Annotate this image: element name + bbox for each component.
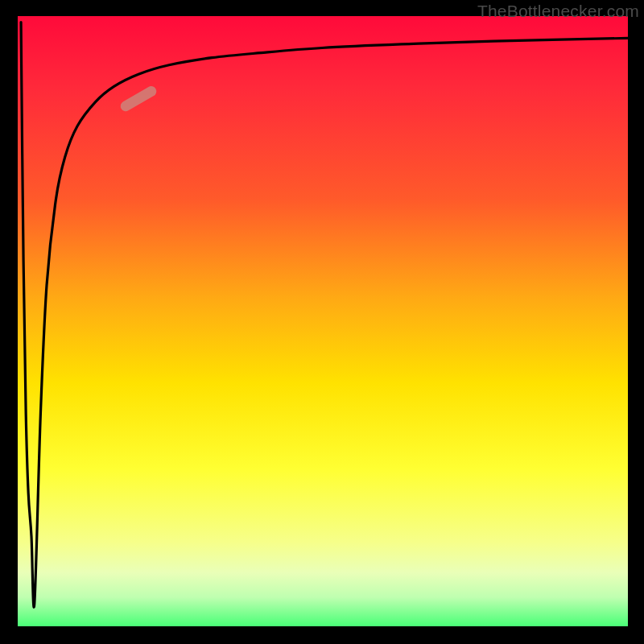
x-axis (16, 626, 628, 628)
plot-gradient-area (16, 16, 628, 628)
attribution-label: TheBottlenecker.com (477, 2, 639, 21)
chart-container: TheBottlenecker.com (0, 0, 644, 644)
y-axis (16, 16, 18, 628)
